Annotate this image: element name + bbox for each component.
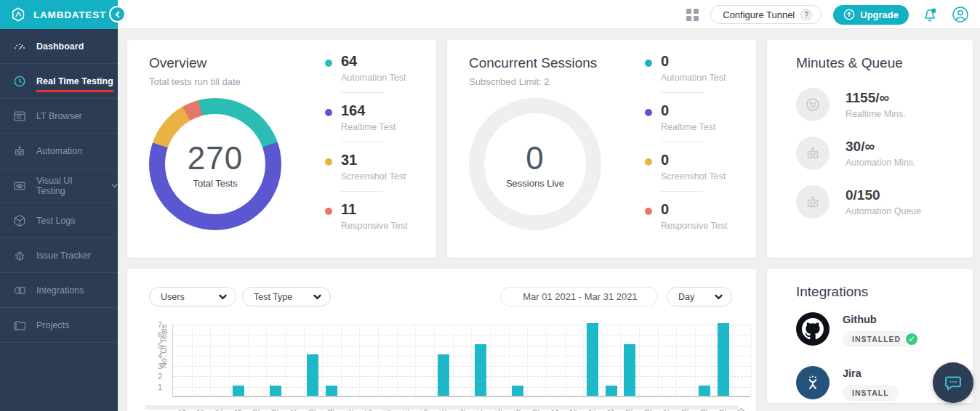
- v-gridline: [285, 325, 286, 396]
- legend-dot: [325, 60, 332, 67]
- sidebar-item-label: Automation: [36, 146, 82, 156]
- y-tick-label: 3: [158, 362, 162, 370]
- legend-label: Responsive Test: [661, 221, 728, 231]
- y-tick-label: 4: [158, 351, 162, 360]
- bar: [587, 323, 598, 396]
- sidebar-item-issue-tracker[interactable]: Issue Tracker: [0, 238, 118, 273]
- legend-item: 0Screenshot Test: [645, 152, 728, 201]
- lambdatest-logo-icon: [10, 7, 26, 23]
- minutes-item-realtime: 1155/∞ Realtime Mins.: [796, 88, 921, 121]
- v-gridline: [210, 325, 211, 396]
- minutes-title: Minutes & Queue: [796, 55, 903, 71]
- collapse-sidebar-button[interactable]: [109, 6, 126, 23]
- chevron-down-icon: [715, 294, 723, 300]
- bar: [326, 386, 337, 396]
- realtime-clock-icon: [12, 74, 27, 89]
- sidebar-item-automation[interactable]: Automation: [0, 134, 118, 168]
- sidebar-item-projects[interactable]: Projects: [0, 308, 118, 343]
- bar: [718, 323, 729, 396]
- legend-dot: [645, 208, 652, 215]
- users-filter-dropdown[interactable]: Users: [149, 287, 236, 306]
- upgrade-button[interactable]: Upgrade: [833, 5, 909, 25]
- sidebar-item-dashboard[interactable]: Dashboard: [0, 29, 118, 64]
- v-gridline: [509, 325, 510, 396]
- integration-item-jira: Jira INSTALL: [796, 366, 919, 401]
- test-type-filter-dropdown[interactable]: Test Type: [242, 287, 331, 306]
- integration-name: Jira: [843, 367, 899, 379]
- eye-icon: [12, 179, 27, 193]
- legend-value: 0: [661, 53, 726, 70]
- v-gridline: [266, 325, 267, 396]
- total-tests-value: 270: [188, 140, 243, 176]
- sidebar-item-label: Integrations: [36, 285, 84, 296]
- bar: [475, 344, 486, 396]
- chat-widget-button[interactable]: [933, 362, 973, 403]
- sidebar-item-real-time-testing[interactable]: Real Time Testing: [0, 64, 118, 99]
- y-tick-label: 7: [158, 320, 162, 329]
- gridline: [173, 346, 750, 346]
- gridline: [173, 356, 750, 357]
- install-button[interactable]: INSTALL: [843, 385, 899, 401]
- legend-value: 0: [661, 152, 726, 168]
- user-avatar-icon: [952, 6, 969, 23]
- configure-tunnel-button[interactable]: Configure Tunnel ?: [710, 5, 822, 24]
- bar: [606, 386, 617, 396]
- v-gridline: [322, 325, 323, 396]
- legend-dot: [325, 208, 332, 215]
- y-tick-label: 5: [158, 341, 162, 350]
- v-gridline: [751, 325, 752, 396]
- date-range-picker[interactable]: Mar 01 2021 - Mar 31 2021: [500, 287, 658, 306]
- sidebar-item-lt-browser[interactable]: LT Browser: [0, 99, 118, 134]
- concurrent-sessions-card: Concurrent Sessions Subscribed Limit: 2 …: [447, 40, 756, 258]
- configure-tunnel-label: Configure Tunnel: [723, 9, 795, 20]
- v-gridline: [602, 325, 603, 396]
- v-gridline: [732, 325, 733, 396]
- legend-value: 31: [341, 152, 406, 168]
- help-icon[interactable]: ?: [800, 9, 812, 20]
- legend-label: Realtime Test: [341, 122, 396, 132]
- brand-logo-area: LAMBDATEST: [0, 0, 118, 29]
- sessions-live-value: 0: [526, 140, 544, 176]
- gauge-icon: [12, 39, 27, 54]
- realtime-clock-icon: [796, 88, 830, 121]
- bell-icon: [921, 6, 939, 23]
- minutes-label: Automation Mins.: [846, 158, 916, 168]
- bar: [512, 386, 523, 396]
- robot-icon: [796, 185, 830, 219]
- horizontal-scrollbar[interactable]: [145, 405, 739, 410]
- profile-button[interactable]: [951, 5, 970, 24]
- sidebar-item-label: Real Time Testing: [36, 76, 113, 92]
- v-gridline: [453, 325, 454, 396]
- gridline: [173, 366, 750, 367]
- apps-grid-icon[interactable]: [686, 9, 699, 21]
- legend-item: 11Responsive Test: [325, 201, 408, 231]
- v-gridline: [359, 325, 360, 396]
- overview-title: Overview: [149, 55, 241, 71]
- minutes-item-automation: 30/∞ Automation Mins.: [796, 137, 921, 170]
- test-type-filter-label: Test Type: [254, 292, 292, 302]
- chat-icon: [943, 373, 963, 393]
- sidebar-item-integrations[interactable]: Integrations: [0, 273, 118, 308]
- gridline: [173, 325, 750, 325]
- v-gridline: [639, 325, 640, 396]
- main-content: Overview Total tests run till date 270 T…: [118, 29, 980, 411]
- sidebar-item-visual-ui-testing[interactable]: Visual UI Testing: [0, 168, 118, 203]
- chevron-down-icon: [111, 183, 118, 188]
- v-gridline: [695, 325, 696, 396]
- sessions-legend: 0Automation Test 0Realtime Test 0Screens…: [645, 53, 728, 231]
- legend-dot: [645, 60, 652, 67]
- minutes-label: Realtime Mins.: [846, 109, 906, 119]
- granularity-dropdown[interactable]: Day: [667, 287, 732, 306]
- overview-card: Overview Total tests run till date 270 T…: [127, 40, 436, 258]
- bar: [699, 386, 710, 396]
- installed-badge: INSTALLED: [843, 331, 910, 347]
- v-gridline: [415, 325, 416, 396]
- bar: [624, 344, 635, 396]
- y-axis-ticks: 1234567: [127, 325, 168, 397]
- legend-value: 64: [341, 53, 406, 70]
- legend-value: 164: [341, 102, 396, 119]
- sidebar-item-test-logs[interactable]: Test Logs: [0, 203, 118, 238]
- notifications-button[interactable]: [920, 5, 939, 24]
- v-gridline: [490, 325, 491, 396]
- legend-label: Responsive Test: [341, 221, 408, 231]
